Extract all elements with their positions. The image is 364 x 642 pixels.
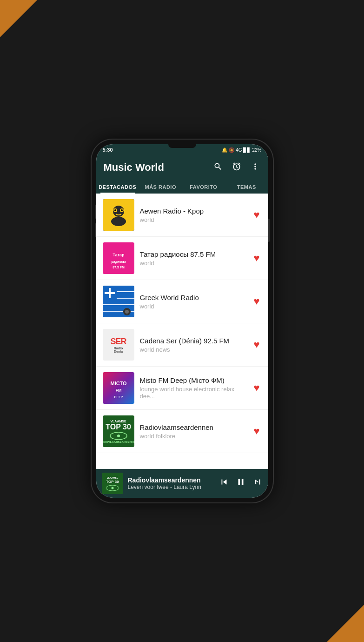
station-tags-tatar: world xyxy=(140,260,246,267)
alarm-button[interactable] xyxy=(231,161,242,174)
status-time: 5:30 xyxy=(103,147,113,153)
favorite-button-misto[interactable]: ♥ xyxy=(251,380,261,396)
tab-mas-radio[interactable]: MÁS RADIO xyxy=(139,180,182,194)
playback-controls xyxy=(219,477,263,490)
station-info-tatar: Татар радиосы 87.5 FM world xyxy=(140,250,246,267)
favorite-button-greek[interactable]: ♥ xyxy=(251,294,261,309)
station-info-cadena: Cadena Ser (Dénia) 92.5 FM world news xyxy=(140,337,246,353)
station-info-misto: Misto FM Deep (Місто ФМ) lounge world ho… xyxy=(140,376,246,400)
svg-text:VLAAMSE: VLAAMSE xyxy=(106,476,118,479)
station-tags-misto: lounge world house electronic relax dee.… xyxy=(140,386,246,400)
now-playing-track: Leven voor twee - Laura Lynn xyxy=(128,484,214,490)
favorite-button-cadena[interactable]: ♥ xyxy=(251,337,261,353)
station-name-vlaamse: Radiovlaamseardennen xyxy=(140,423,246,431)
station-logo-misto: МІСТО FM DEEP xyxy=(103,372,134,404)
phone-device: 5:30 🔔 🔕 4G ▊▊ 22% Music World xyxy=(92,140,273,502)
svg-text:Татар: Татар xyxy=(113,253,125,257)
station-tags-aewen: world xyxy=(140,216,246,223)
svg-point-5 xyxy=(114,209,116,211)
station-item-greek[interactable]: Greek World Radio world ♥ xyxy=(96,280,268,323)
station-item-vlaamse[interactable]: VLAAMSE TOP 30 RADIOVLAARSEARDENNEN Radi… xyxy=(96,410,268,453)
station-info-aewen: Aewen Radio - Kpop world xyxy=(140,207,246,223)
signal-bars-icon: ▊▊ xyxy=(243,147,251,153)
station-name-aewen: Aewen Radio - Kpop xyxy=(140,207,246,215)
svg-point-21 xyxy=(125,310,129,314)
station-item-tatar[interactable]: Татар радиосы 87.5 FM Татар радиосы 87.5… xyxy=(96,237,268,280)
station-item-cadena[interactable]: SER Radio Denia Cadena Ser (Dénia) 92.5 … xyxy=(96,323,268,367)
station-logo-tatar: Татар радиосы 87.5 FM xyxy=(103,242,134,274)
station-tags-greek: world xyxy=(140,303,246,310)
svg-text:TOP 30: TOP 30 xyxy=(106,480,119,484)
station-name-misto: Misto FM Deep (Місто ФМ) xyxy=(140,376,246,384)
svg-point-6 xyxy=(121,209,123,211)
station-name-tatar: Татар радиосы 87.5 FM xyxy=(140,250,246,258)
station-name-cadena: Cadena Ser (Dénia) 92.5 FM xyxy=(140,337,246,345)
tab-destacados[interactable]: DESTACADOS xyxy=(96,180,139,194)
favorite-button-vlaamse[interactable]: ♥ xyxy=(251,423,261,439)
svg-text:радиосы: радиосы xyxy=(111,260,126,264)
network-status-icon: 4G xyxy=(236,147,242,153)
station-item-misto[interactable]: МІСТО FM DEEP Misto FM Deep (Місто ФМ) l… xyxy=(96,367,268,410)
now-playing-bar: VLAAMSE TOP 30 Radiovlaamseardennen Leve… xyxy=(96,469,268,498)
svg-point-2 xyxy=(111,217,126,226)
app-bar: Music World xyxy=(96,155,268,180)
now-playing-info: Radiovlaamseardennen Leven voor twee - L… xyxy=(128,476,214,490)
svg-rect-19 xyxy=(109,288,111,298)
now-playing-logo: VLAAMSE TOP 30 xyxy=(102,473,123,494)
station-logo-aewen xyxy=(103,199,134,231)
pause-button[interactable] xyxy=(236,477,246,490)
svg-point-32 xyxy=(111,487,113,489)
svg-text:87.5 FM: 87.5 FM xyxy=(113,266,125,269)
station-name-greek: Greek World Radio xyxy=(140,294,246,301)
svg-point-27 xyxy=(117,435,120,437)
favorite-button-tatar[interactable]: ♥ xyxy=(251,250,261,266)
station-item-aewen[interactable]: Aewen Radio - Kpop world ♥ xyxy=(96,194,268,237)
phone-screen: 5:30 🔔 🔕 4G ▊▊ 22% Music World xyxy=(96,144,268,498)
search-button[interactable] xyxy=(212,161,224,174)
phone-notch xyxy=(168,144,196,148)
now-playing-title: Radiovlaamseardennen xyxy=(128,476,214,484)
favorite-button-aewen[interactable]: ♥ xyxy=(251,207,261,223)
tab-temas[interactable]: TEMAS xyxy=(225,180,268,194)
app-bar-actions xyxy=(212,161,261,174)
mute-status-icon: 🔕 xyxy=(229,147,234,153)
station-info-vlaamse: Radiovlaamseardennen world folklore xyxy=(140,423,246,440)
svg-text:МІСТО: МІСТО xyxy=(110,381,126,386)
svg-rect-7 xyxy=(103,242,134,274)
station-list: Aewen Radio - Kpop world ♥ Татар радиосы… xyxy=(96,194,268,469)
station-tags-vlaamse: world folklore xyxy=(140,433,246,440)
station-logo-cadena: SER Radio Denia xyxy=(103,329,134,361)
tabs-bar: DESTACADOS MÁS RADIO FAVORITO TEMAS xyxy=(96,180,268,194)
more-options-button[interactable] xyxy=(250,161,261,174)
next-button[interactable] xyxy=(252,477,263,490)
battery-status: 22% xyxy=(252,147,261,153)
station-logo-greek xyxy=(103,286,134,317)
status-icons: 🔔 🔕 4G ▊▊ 22% xyxy=(222,147,261,153)
svg-text:FM: FM xyxy=(115,388,121,393)
alarm-status-icon: 🔔 xyxy=(222,147,227,153)
previous-button[interactable] xyxy=(219,477,229,490)
station-tags-cadena: world news xyxy=(140,346,246,353)
svg-text:DEEP: DEEP xyxy=(114,395,123,399)
tab-favorito[interactable]: FAVORITO xyxy=(182,180,225,194)
station-logo-vlaamse: VLAAMSE TOP 30 RADIOVLAARSEARDENNEN xyxy=(103,415,134,447)
station-info-greek: Greek World Radio world xyxy=(140,294,246,310)
app-title: Music World xyxy=(104,161,164,174)
